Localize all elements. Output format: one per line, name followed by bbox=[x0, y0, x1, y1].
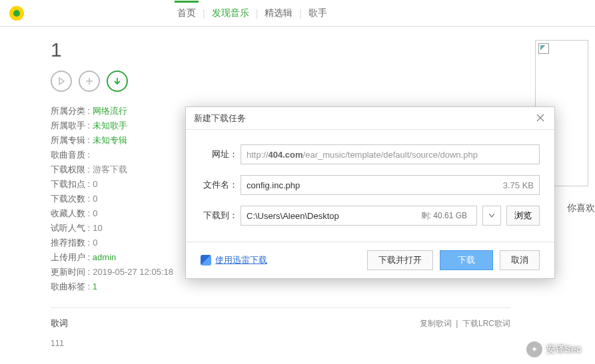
watermark: ✦ 安译Sec bbox=[526, 341, 582, 357]
meta-label: 上传用户 : bbox=[51, 252, 90, 262]
meta-value: 0 bbox=[93, 194, 97, 204]
download-dialog: 新建下载任务 网址： http://404.com/ear_music/temp… bbox=[185, 106, 555, 279]
add-button[interactable] bbox=[79, 71, 100, 92]
watermark-text: 安译Sec bbox=[546, 343, 582, 355]
dialog-titlebar: 新建下载任务 bbox=[186, 107, 554, 130]
lyric-actions: 复制歌词 | 下载LRC歌词 bbox=[420, 318, 510, 329]
meta-label: 歌曲音质 : bbox=[51, 150, 90, 160]
url-prefix: http:// bbox=[247, 150, 269, 160]
meta-label: 所属歌手 : bbox=[51, 120, 90, 130]
download-button[interactable] bbox=[107, 71, 128, 92]
play-button[interactable] bbox=[51, 71, 72, 92]
filename-label: 文件名： bbox=[201, 179, 238, 191]
watermark-icon: ✦ bbox=[526, 341, 542, 357]
disk-remaining: 剩: 40.61 GB bbox=[421, 210, 467, 222]
file-size: 3.75 KB bbox=[503, 180, 534, 190]
meta-value: 0 bbox=[93, 238, 97, 248]
site-logo[interactable] bbox=[9, 6, 24, 21]
category-link[interactable]: 网络流行 bbox=[93, 106, 127, 116]
dialog-close-button[interactable] bbox=[534, 107, 546, 130]
action-buttons bbox=[51, 71, 595, 92]
url-input[interactable]: http://404.com/ear_music/template/defaul… bbox=[241, 144, 540, 164]
meta-label: 歌曲标签 : bbox=[51, 281, 90, 291]
url-host: 404.com bbox=[269, 150, 303, 160]
like-hint: 你喜欢 bbox=[562, 200, 595, 217]
filename-input[interactable]: config.inc.php 3.75 KB bbox=[241, 175, 540, 195]
meta-label: 收藏人数 : bbox=[51, 208, 90, 218]
nav-menu: 首页 | 发现音乐 | 精选辑 | 歌手 bbox=[171, 7, 334, 19]
meta-label: 试听人气 : bbox=[51, 223, 90, 233]
artist-link[interactable]: 未知歌手 bbox=[93, 120, 127, 130]
meta-value: 2019-05-27 12:05:18 bbox=[93, 267, 173, 277]
meta-value: 0 bbox=[93, 208, 97, 218]
song-title: 1 bbox=[51, 39, 595, 61]
browse-button[interactable]: 浏览 bbox=[506, 206, 540, 226]
meta-label: 下载权限 : bbox=[51, 164, 90, 174]
download-lrc-link[interactable]: 下载LRC歌词 bbox=[462, 319, 510, 328]
meta-label: 所属专辑 : bbox=[51, 135, 90, 145]
nav-home[interactable]: 首页 bbox=[171, 7, 203, 19]
meta-label: 更新时间 : bbox=[51, 267, 90, 277]
chevron-down-icon bbox=[489, 214, 494, 218]
cancel-button[interactable]: 取消 bbox=[500, 250, 540, 270]
thunder-link[interactable]: 使用迅雷下载 bbox=[201, 254, 267, 266]
filename-value: config.inc.php bbox=[247, 180, 300, 190]
play-icon bbox=[57, 77, 65, 85]
thunder-icon bbox=[201, 255, 211, 266]
tag-link[interactable]: 1 bbox=[93, 281, 97, 291]
meta-label: 推荐指数 : bbox=[51, 238, 90, 248]
dest-path: C:\Users\Aleen\Desktop bbox=[247, 211, 339, 221]
lyric-header: 歌词 复制歌词 | 下载LRC歌词 bbox=[51, 317, 510, 329]
dest-field: 下载到： C:\Users\Aleen\Desktop 剩: 40.61 GB … bbox=[201, 206, 540, 226]
meta-value: 0 bbox=[93, 179, 97, 189]
url-path: /ear_music/template/default/source/down.… bbox=[303, 150, 478, 160]
divider bbox=[51, 307, 510, 308]
dialog-footer: 使用迅雷下载 下载并打开 下载 取消 bbox=[186, 242, 554, 278]
url-label: 网址： bbox=[201, 148, 238, 160]
copy-lyrics-link[interactable]: 复制歌词 bbox=[420, 319, 452, 328]
album-link[interactable]: 未知专辑 bbox=[93, 135, 127, 145]
close-icon bbox=[536, 114, 544, 122]
meta-value: 10 bbox=[93, 223, 102, 233]
dest-input[interactable]: C:\Users\Aleen\Desktop 剩: 40.61 GB bbox=[241, 206, 477, 226]
lyric-body: 111 bbox=[51, 339, 595, 348]
download-and-open-button[interactable]: 下载并打开 bbox=[367, 250, 433, 270]
meta-label: 所属分类 : bbox=[51, 106, 90, 116]
dialog-title: 新建下载任务 bbox=[194, 107, 246, 130]
download-confirm-button[interactable]: 下载 bbox=[440, 250, 493, 270]
meta-label: 下载次数 : bbox=[51, 194, 90, 204]
plus-icon bbox=[85, 77, 93, 85]
meta-value: 游客下载 bbox=[93, 164, 127, 174]
uploader-link[interactable]: admin bbox=[93, 252, 116, 262]
logo-icon bbox=[9, 6, 24, 21]
nav-singers[interactable]: 歌手 bbox=[302, 7, 334, 19]
dest-label: 下载到： bbox=[201, 210, 238, 222]
lyric-heading: 歌词 bbox=[51, 317, 68, 329]
nav-selected[interactable]: 精选辑 bbox=[258, 7, 299, 19]
top-nav: 首页 | 发现音乐 | 精选辑 | 歌手 bbox=[0, 0, 595, 27]
filename-field: 文件名： config.inc.php 3.75 KB bbox=[201, 175, 540, 195]
url-field: 网址： http://404.com/ear_music/template/de… bbox=[201, 144, 540, 164]
thunder-link-text: 使用迅雷下载 bbox=[215, 254, 267, 266]
nav-discover[interactable]: 发现音乐 bbox=[205, 7, 256, 19]
dialog-body: 网址： http://404.com/ear_music/template/de… bbox=[186, 130, 554, 242]
download-icon bbox=[113, 77, 121, 85]
dialog-buttons: 下载并打开 下载 取消 bbox=[367, 250, 540, 270]
meta-label: 下载扣点 : bbox=[51, 179, 90, 189]
dest-dropdown-button[interactable] bbox=[482, 206, 501, 226]
